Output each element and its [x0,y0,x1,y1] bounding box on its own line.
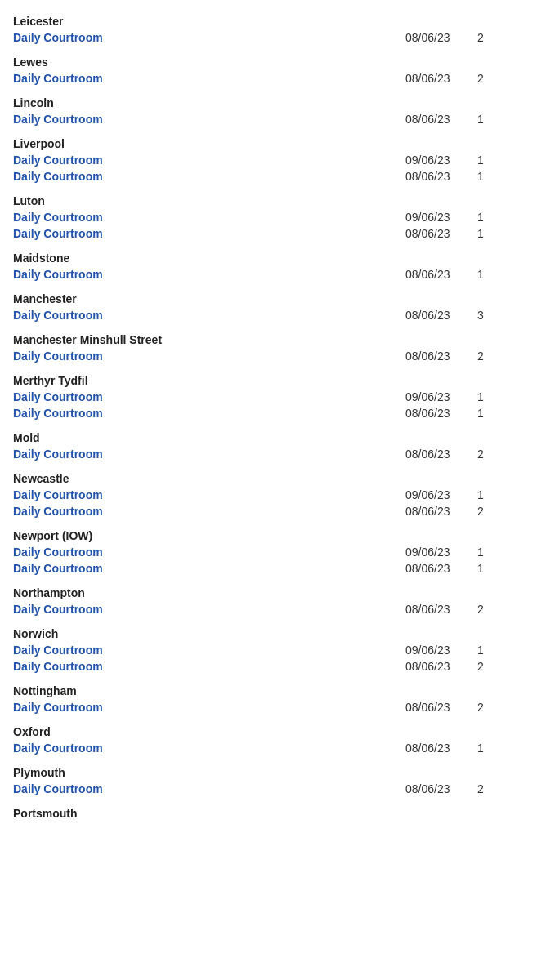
daily-courtroom-link[interactable]: Daily Courtroom [13,644,177,657]
court-location-name: Luton [13,189,533,209]
court-group: Newport (IOW)Daily Courtroom09/06/231Dai… [0,521,546,578]
court-count: 1 [477,546,484,559]
court-date: 08/06/23 [405,113,471,126]
court-date: 09/06/23 [405,644,471,657]
court-group: LiverpoolDaily Courtroom09/06/231Daily C… [0,129,546,186]
daily-courtroom-link[interactable]: Daily Courtroom [13,390,177,403]
daily-courtroom-link[interactable]: Daily Courtroom [13,782,177,795]
daily-courtroom-link[interactable]: Daily Courtroom [13,701,177,714]
court-date: 08/06/23 [405,603,471,616]
daily-courtroom-link[interactable]: Daily Courtroom [13,227,177,240]
court-count: 1 [477,227,484,240]
court-date: 08/06/23 [405,701,471,714]
court-count: 1 [477,644,484,657]
court-location-name: Leicester [13,10,533,29]
court-group: LewesDaily Courtroom08/06/232 [0,47,546,88]
court-count: 1 [477,211,484,224]
court-count: 1 [477,742,484,755]
court-count: 2 [477,782,484,795]
court-location-name: Oxford [13,720,533,740]
court-group: Portsmouth [0,799,546,823]
court-row: Daily Courtroom08/06/232 [13,446,533,462]
court-location-name: Manchester [13,287,533,307]
court-location-name: Northampton [13,581,533,601]
court-row: Daily Courtroom08/06/232 [13,601,533,617]
court-date: 08/06/23 [405,660,471,673]
daily-courtroom-link[interactable]: Daily Courtroom [13,505,177,518]
daily-courtroom-link[interactable]: Daily Courtroom [13,268,177,281]
daily-courtroom-link[interactable]: Daily Courtroom [13,72,177,85]
court-count: 1 [477,170,484,183]
court-row: Daily Courtroom09/06/231 [13,152,533,168]
court-location-name: Lincoln [13,91,533,111]
court-date: 08/06/23 [405,742,471,755]
daily-courtroom-link[interactable]: Daily Courtroom [13,31,177,44]
court-row: Daily Courtroom08/06/231 [13,111,533,127]
court-count: 1 [477,562,484,575]
court-location-name: Merthyr Tydfil [13,369,533,389]
court-group: NorwichDaily Courtroom09/06/231Daily Cou… [0,619,546,676]
court-row: Daily Courtroom08/06/232 [13,348,533,364]
court-count: 2 [477,701,484,714]
court-location-name: Plymouth [13,761,533,781]
daily-courtroom-link[interactable]: Daily Courtroom [13,407,177,420]
court-row: Daily Courtroom08/06/231 [13,266,533,283]
court-list: LeicesterDaily Courtroom08/06/232LewesDa… [0,0,546,830]
daily-courtroom-link[interactable]: Daily Courtroom [13,448,177,461]
daily-courtroom-link[interactable]: Daily Courtroom [13,546,177,559]
court-count: 1 [477,390,484,403]
court-date: 09/06/23 [405,154,471,167]
court-row: Daily Courtroom09/06/231 [13,487,533,503]
court-location-name: Manchester Minshull Street [13,328,533,348]
court-row: Daily Courtroom08/06/232 [13,658,533,675]
daily-courtroom-link[interactable]: Daily Courtroom [13,742,177,755]
court-date: 09/06/23 [405,488,471,501]
court-count: 1 [477,407,484,420]
court-date: 09/06/23 [405,211,471,224]
court-date: 09/06/23 [405,546,471,559]
daily-courtroom-link[interactable]: Daily Courtroom [13,603,177,616]
daily-courtroom-link[interactable]: Daily Courtroom [13,309,177,322]
court-count: 1 [477,154,484,167]
court-date: 09/06/23 [405,390,471,403]
court-date: 08/06/23 [405,448,471,461]
court-row: Daily Courtroom08/06/231 [13,740,533,756]
court-row: Daily Courtroom09/06/231 [13,544,533,560]
daily-courtroom-link[interactable]: Daily Courtroom [13,562,177,575]
court-location-name: Mold [13,426,533,446]
court-date: 08/06/23 [405,309,471,322]
daily-courtroom-link[interactable]: Daily Courtroom [13,170,177,183]
court-count: 2 [477,350,484,363]
daily-courtroom-link[interactable]: Daily Courtroom [13,488,177,501]
court-group: NorthamptonDaily Courtroom08/06/232 [0,578,546,619]
court-count: 3 [477,309,484,322]
court-group: PlymouthDaily Courtroom08/06/232 [0,758,546,799]
court-location-name: Newcastle [13,467,533,487]
daily-courtroom-link[interactable]: Daily Courtroom [13,211,177,224]
court-row: Daily Courtroom08/06/231 [13,405,533,421]
court-date: 08/06/23 [405,72,471,85]
court-group: ManchesterDaily Courtroom08/06/233 [0,284,546,325]
court-location-name: Nottingham [13,679,533,699]
court-date: 08/06/23 [405,227,471,240]
court-group: MoldDaily Courtroom08/06/232 [0,423,546,464]
daily-courtroom-link[interactable]: Daily Courtroom [13,154,177,167]
court-location-name: Maidstone [13,247,533,266]
court-location-name: Norwich [13,622,533,642]
court-date: 08/06/23 [405,407,471,420]
court-row: Daily Courtroom08/06/233 [13,307,533,323]
court-row: Daily Courtroom09/06/231 [13,389,533,405]
court-date: 08/06/23 [405,562,471,575]
court-group: OxfordDaily Courtroom08/06/231 [0,717,546,758]
daily-courtroom-link[interactable]: Daily Courtroom [13,350,177,363]
daily-courtroom-link[interactable]: Daily Courtroom [13,113,177,126]
court-location-name: Newport (IOW) [13,524,533,544]
court-group: NewcastleDaily Courtroom09/06/231Daily C… [0,464,546,521]
court-date: 08/06/23 [405,782,471,795]
court-count: 2 [477,72,484,85]
court-location-name: Lewes [13,51,533,70]
court-location-name: Liverpool [13,132,533,152]
court-count: 2 [477,505,484,518]
daily-courtroom-link[interactable]: Daily Courtroom [13,660,177,673]
court-row: Daily Courtroom08/06/231 [13,225,533,242]
